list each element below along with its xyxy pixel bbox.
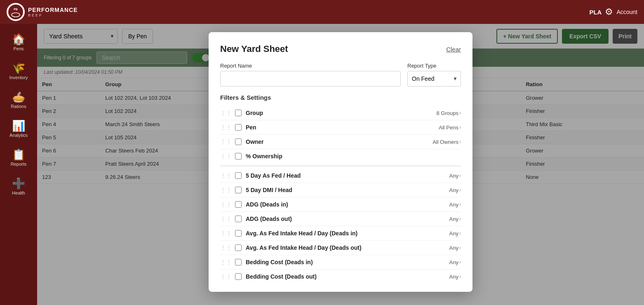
chevron-icon: › <box>459 173 461 178</box>
chevron-icon: › <box>459 202 461 207</box>
metric-label-avg_as_fed_deads_in: Avg. As Fed Intake Head / Day (Deads in) <box>246 230 449 237</box>
metric-item-avg_as_fed_deads_out: ⋮⋮ Avg. As Fed Intake Head / Day (Deads … <box>220 241 461 255</box>
drag-handle-adg_deads_in[interactable]: ⋮⋮ <box>220 201 232 208</box>
clear-button[interactable]: Clear <box>446 46 461 53</box>
chevron-icon: › <box>459 110 461 116</box>
section-divider <box>220 166 461 166</box>
report-type-select[interactable]: On FeedCustomHealthRations <box>407 71 461 87</box>
filter-label-pen: Pen <box>246 124 439 131</box>
checkbox-bedding_cost_deads_in[interactable] <box>235 259 242 265</box>
logo-performance: PERFORMANCE <box>28 7 78 14</box>
drag-handle-adg_deads_out[interactable]: ⋮⋮ <box>220 216 232 222</box>
sidebar-item-label-inventory: Inventory <box>9 75 28 80</box>
metric-item-5day_as_fed: ⋮⋮ 5 Day As Fed / Head Any › <box>220 169 461 183</box>
metric-label-bedding_cost_deads_out: Bedding Cost (Deads out) <box>246 273 449 280</box>
account-area[interactable]: PLA ⚙ Account <box>589 7 637 17</box>
checkbox-avg_as_fed_deads_in[interactable] <box>235 230 242 237</box>
metric-label-5day_as_fed: 5 Day As Fed / Head <box>246 172 449 179</box>
filter-label-pct_ownership: % Ownership <box>246 153 461 160</box>
checkbox-adg_deads_out[interactable] <box>235 216 242 222</box>
pla-label: PLA <box>589 9 602 16</box>
sidebar-item-pens[interactable]: 🏠 Pens <box>0 28 37 57</box>
filter-item-pct_ownership: ⋮⋮ % Ownership <box>220 149 461 163</box>
report-name-label: Report Name <box>220 63 401 69</box>
checkbox-pen[interactable] <box>235 124 242 131</box>
chevron-icon: › <box>459 139 461 145</box>
metric-value-bedding_cost_deads_in[interactable]: Any › <box>449 259 461 265</box>
checkbox-bedding_cost_deads_out[interactable] <box>235 273 242 280</box>
metric-value-adg_deads_out[interactable]: Any › <box>449 216 461 222</box>
metric-item-bedding_cost_deads_in: ⋮⋮ Bedding Cost (Deads in) Any › <box>220 255 461 270</box>
checkbox-5day_as_fed[interactable] <box>235 172 242 179</box>
sidebar-item-rations[interactable]: 🥧 Rations <box>0 86 37 115</box>
account-label[interactable]: Account <box>616 9 637 15</box>
main-layout: 🏠 Pens 🌾 Inventory 🥧 Rations 📊 Analytics… <box>0 24 644 305</box>
checkbox-5day_dmi[interactable] <box>235 187 242 193</box>
logo-beef: BEEF <box>28 13 78 17</box>
metric-value-5day_dmi[interactable]: Any › <box>449 187 461 193</box>
sidebar-item-label-reports: Reports <box>11 162 27 167</box>
sidebar-item-label-rations: Rations <box>11 104 26 109</box>
sidebar-item-analytics[interactable]: 📊 Analytics <box>0 115 37 143</box>
chevron-icon: › <box>459 187 461 193</box>
drag-handle-bedding_cost_deads_out[interactable]: ⋮⋮ <box>220 273 232 280</box>
sidebar-item-health[interactable]: ➕ Health <box>0 172 37 201</box>
logo-area: PB PERFORMANCE BEEF <box>7 3 78 21</box>
drag-handle-pen[interactable]: ⋮⋮ <box>220 124 232 131</box>
drag-handle-group[interactable]: ⋮⋮ <box>220 110 232 116</box>
drag-handle-avg_as_fed_deads_in[interactable]: ⋮⋮ <box>220 230 232 237</box>
metric-label-5day_dmi: 5 Day DMI / Head <box>246 187 449 193</box>
modal-title: New Yard Sheet <box>220 44 288 54</box>
filter-value-owner[interactable]: All Owners › <box>432 139 461 145</box>
sidebar-item-reports[interactable]: 📋 Reports <box>0 143 37 172</box>
report-name-group: Report Name <box>220 63 401 87</box>
filter-item-owner: ⋮⋮ Owner All Owners › <box>220 135 461 149</box>
sidebar-item-inventory[interactable]: 🌾 Inventory <box>0 57 37 86</box>
checkbox-adg_deads_in[interactable] <box>235 201 242 208</box>
drag-handle-owner[interactable]: ⋮⋮ <box>220 138 232 145</box>
metric-item-adg_deads_in: ⋮⋮ ADG (Deads in) Any › <box>220 197 461 212</box>
modal-dialog: New Yard Sheet Clear Report Name Report … <box>209 32 472 292</box>
content-area: Yard Sheets ▼ By Pen + New Yard Sheet Ex… <box>37 24 644 305</box>
sidebar: 🏠 Pens 🌾 Inventory 🥧 Rations 📊 Analytics… <box>0 24 37 305</box>
metric-item-5day_dmi: ⋮⋮ 5 Day DMI / Head Any › <box>220 183 461 197</box>
checkbox-avg_as_fed_deads_out[interactable] <box>235 244 242 251</box>
rations-icon: 🥧 <box>12 92 25 102</box>
metric-item-bedding_cost_deads_out: ⋮⋮ Bedding Cost (Deads out) Any › <box>220 270 461 284</box>
gear-icon[interactable]: ⚙ <box>605 7 613 17</box>
sidebar-item-label-analytics: Analytics <box>9 133 28 138</box>
sidebar-item-label-pens: Pens <box>13 46 24 51</box>
metric-value-5day_as_fed[interactable]: Any › <box>449 173 461 179</box>
metric-item-adg_deads_out: ⋮⋮ ADG (Deads out) Any › <box>220 212 461 226</box>
metric-label-bedding_cost_deads_in: Bedding Cost (Deads in) <box>246 259 449 265</box>
metric-value-avg_as_fed_deads_out[interactable]: Any › <box>449 245 461 251</box>
inventory-icon: 🌾 <box>12 63 25 73</box>
checkbox-group[interactable] <box>235 110 242 116</box>
filter-label-owner: Owner <box>246 138 432 145</box>
drag-handle-pct_ownership[interactable]: ⋮⋮ <box>220 153 232 160</box>
metric-value-adg_deads_in[interactable]: Any › <box>449 202 461 208</box>
sidebar-item-label-health: Health <box>12 190 25 195</box>
chevron-icon: › <box>459 124 461 130</box>
checkbox-pct_ownership[interactable] <box>235 153 242 160</box>
analytics-icon: 📊 <box>12 120 25 131</box>
chevron-icon: › <box>459 274 461 279</box>
metric-value-avg_as_fed_deads_in[interactable]: Any › <box>449 230 461 237</box>
filter-value-group[interactable]: 8 Groups › <box>437 110 461 116</box>
metric-label-avg_as_fed_deads_out: Avg. As Fed Intake Head / Day (Deads out… <box>246 244 449 251</box>
checkbox-owner[interactable] <box>235 138 242 145</box>
health-icon: ➕ <box>12 178 25 189</box>
metric-value-bedding_cost_deads_out[interactable]: Any › <box>449 274 461 280</box>
logo-icon: PB <box>7 3 25 21</box>
filter-item-group: ⋮⋮ Group 8 Groups › <box>220 106 461 120</box>
metric-label-adg_deads_in: ADG (Deads in) <box>246 201 449 208</box>
drag-handle-5day_dmi[interactable]: ⋮⋮ <box>220 187 232 193</box>
modal-header: New Yard Sheet Clear <box>220 44 461 54</box>
filter-value-pen[interactable]: All Pens › <box>439 124 461 131</box>
drag-handle-bedding_cost_deads_in[interactable]: ⋮⋮ <box>220 259 232 265</box>
drag-handle-5day_as_fed[interactable]: ⋮⋮ <box>220 172 232 179</box>
metric-item-avg_as_fed_deads_in: ⋮⋮ Avg. As Fed Intake Head / Day (Deads … <box>220 226 461 241</box>
report-name-input[interactable] <box>220 71 401 87</box>
drag-handle-avg_as_fed_deads_out[interactable]: ⋮⋮ <box>220 244 232 251</box>
report-type-dropdown-wrap[interactable]: On FeedCustomHealthRations ▼ <box>407 71 461 87</box>
